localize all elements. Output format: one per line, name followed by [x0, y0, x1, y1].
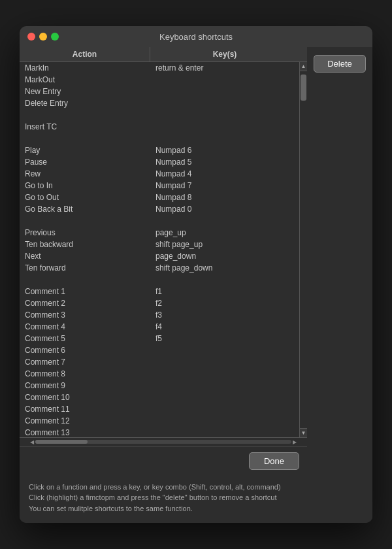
titlebar: Keyboard shortcuts	[20, 26, 372, 47]
cell-keys	[150, 408, 299, 410]
column-keys-header: Key(s)	[150, 47, 299, 61]
table-row[interactable]: Comment 3f3	[20, 309, 299, 321]
cell-keys	[150, 91, 299, 92]
scroll-up-arrow[interactable]: ▲	[300, 62, 308, 71]
main-panel: Action Key(s) MarkInreturn & enterMarkOu…	[20, 47, 307, 523]
hscroll-left-arrow[interactable]: ◀	[29, 439, 35, 445]
table-row[interactable]: Go to OutNumpad 8	[20, 191, 299, 203]
table-row[interactable]: Comment 7	[20, 356, 299, 368]
table-row[interactable]: Comment 6	[20, 344, 299, 356]
cell-keys: f3	[150, 310, 299, 320]
bottom-bar: Done	[20, 446, 307, 475]
done-button[interactable]: Done	[249, 452, 299, 470]
scroll-down-arrow[interactable]: ▼	[300, 428, 308, 437]
table-row[interactable]: PauseNumpad 5	[20, 156, 299, 168]
cell-keys	[150, 79, 299, 80]
section-gap	[20, 274, 299, 286]
horizontal-scrollbar: ◀ ▶	[20, 437, 307, 446]
hscroll-track	[35, 440, 291, 444]
cell-action: Go to In	[20, 180, 150, 191]
cell-action: Ten backward	[20, 239, 150, 250]
cell-keys	[150, 432, 299, 433]
table-row[interactable]: Comment 12	[20, 415, 299, 427]
table-row[interactable]: Comment 5f5	[20, 333, 299, 344]
table-row[interactable]: Ten forwardshift page_down	[20, 262, 299, 274]
table-row[interactable]: Ten backwardshift page_up	[20, 239, 299, 250]
table-row[interactable]: Comment 9	[20, 380, 299, 391]
table-row[interactable]: New Entry	[20, 86, 299, 97]
cell-action: Comment 9	[20, 380, 150, 391]
cell-action: Comment 5	[20, 333, 150, 344]
content-area: Action Key(s) MarkInreturn & enterMarkOu…	[20, 47, 372, 523]
column-action-header: Action	[20, 47, 150, 61]
cell-keys	[150, 361, 299, 363]
table-row[interactable]: MarkInreturn & enter	[20, 62, 299, 74]
hscroll-thumb[interactable]	[35, 440, 88, 444]
cell-keys: Numpad 8	[150, 192, 299, 203]
cell-keys: f1	[150, 286, 299, 297]
table-row[interactable]: Delete Entry	[20, 97, 299, 109]
table-row[interactable]: Go to InNumpad 7	[20, 180, 299, 191]
cell-keys	[150, 373, 299, 374]
table-row[interactable]: Comment 4f4	[20, 321, 299, 333]
cell-action: Comment 1	[20, 286, 150, 297]
cell-action: Comment 7	[20, 357, 150, 367]
table-header: Action Key(s)	[20, 47, 307, 62]
cell-action: MarkOut	[20, 75, 150, 85]
table-row[interactable]: Insert TC	[20, 121, 299, 133]
section-gap	[20, 109, 299, 121]
cell-action: Previous	[20, 227, 150, 238]
vertical-scrollbar[interactable]: ▲ ▼	[299, 62, 307, 437]
table-row[interactable]: Go Back a BitNumpad 0	[20, 203, 299, 215]
cell-action: Comment 2	[20, 298, 150, 308]
cell-keys	[150, 350, 299, 351]
scroll-thumb[interactable]	[301, 75, 306, 101]
cell-action: Go Back a Bit	[20, 204, 150, 214]
cell-keys	[150, 103, 299, 104]
cell-action: Comment 8	[20, 369, 150, 379]
keyboard-shortcuts-window: Keyboard shortcuts Action Key(s) MarkInr…	[20, 26, 372, 523]
cell-keys	[150, 397, 299, 398]
cell-action: Comment 11	[20, 404, 150, 414]
close-button[interactable]	[27, 33, 35, 41]
cell-action: Delete Entry	[20, 98, 150, 108]
table-row[interactable]: Comment 11	[20, 403, 299, 415]
table-row[interactable]: Comment 13	[20, 427, 299, 437]
cell-keys: f4	[150, 322, 299, 332]
table-row[interactable]: Comment 2f2	[20, 297, 299, 309]
cell-action: Play	[20, 145, 150, 156]
cell-keys: page_down	[150, 251, 299, 261]
help-line-2: Click (highlight) a fimctopm and press t…	[29, 492, 298, 503]
cell-action: Comment 6	[20, 345, 150, 356]
cell-keys	[150, 385, 299, 386]
help-line-3: You can set mulitple shortcuts to the sa…	[29, 503, 298, 514]
table-row[interactable]: Previouspage_up	[20, 227, 299, 239]
cell-keys: shift page_up	[150, 239, 299, 250]
table-row[interactable]: RewNumpad 4	[20, 168, 299, 180]
delete-button[interactable]: Delete	[314, 55, 366, 73]
table-row[interactable]: Comment 8	[20, 368, 299, 380]
cell-keys: f2	[150, 298, 299, 308]
maximize-button[interactable]	[51, 33, 59, 41]
cell-action: Go to Out	[20, 192, 150, 203]
table-row[interactable]: Comment 10	[20, 391, 299, 403]
hscroll-right-arrow[interactable]: ▶	[291, 439, 298, 445]
minimize-button[interactable]	[39, 33, 47, 41]
help-line-1: Click on a function and press a key, or …	[29, 482, 298, 493]
cell-action: Ten forward	[20, 263, 150, 273]
cell-keys: return & enter	[150, 63, 299, 73]
table-row[interactable]: PlayNumpad 6	[20, 144, 299, 156]
table-area: MarkInreturn & enterMarkOutNew EntryDele…	[20, 62, 307, 437]
cell-action: MarkIn	[20, 63, 150, 73]
scroll-track	[300, 71, 307, 428]
cell-keys: shift page_down	[150, 263, 299, 273]
cell-keys: Numpad 7	[150, 180, 299, 191]
shortcuts-table[interactable]: MarkInreturn & enterMarkOutNew EntryDele…	[20, 62, 299, 437]
cell-keys: f5	[150, 333, 299, 344]
cell-action: Next	[20, 251, 150, 261]
section-gap	[20, 215, 299, 227]
cell-action: Comment 3	[20, 310, 150, 320]
table-row[interactable]: Comment 1f1	[20, 286, 299, 297]
table-row[interactable]: MarkOut	[20, 74, 299, 86]
table-row[interactable]: Nextpage_down	[20, 250, 299, 262]
